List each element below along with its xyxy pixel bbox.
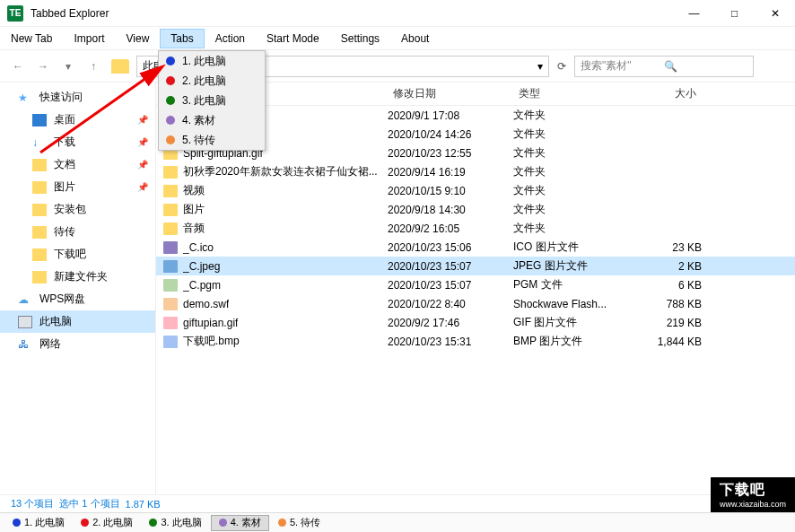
dropdown-item[interactable]: 5. 待传 — [159, 130, 265, 150]
table-row[interactable]: 视频2020/10/15 9:10文件夹 — [156, 181, 795, 200]
tab[interactable]: 1. 此电脑 — [5, 515, 72, 531]
app-icon: TE — [7, 5, 23, 22]
sidebar-icon — [32, 204, 47, 216]
file-icon — [163, 185, 178, 197]
sidebar-label: 图片 — [54, 179, 75, 195]
dropdown-item[interactable]: 1. 此电脑 — [159, 51, 265, 71]
file-icon — [163, 166, 178, 179]
tab[interactable]: 5. 待传 — [271, 515, 328, 531]
color-dot-icon — [166, 116, 175, 125]
back-button[interactable]: ← — [7, 56, 29, 77]
file-date: 2020/10/23 15:07 — [388, 260, 513, 273]
statusbar: 13 个项目 选中 1 个项目 1.87 KB — [0, 494, 795, 512]
sidebar-label: 新建文件夹 — [54, 269, 108, 284]
file-date: 2020/9/14 16:19 — [388, 166, 513, 179]
sidebar-item[interactable]: ★快速访问 — [0, 86, 155, 109]
sidebar-label: 网络 — [39, 336, 61, 352]
file-icon — [163, 222, 178, 235]
table-row[interactable]: _C.ico2020/10/23 15:06ICO 图片文件23 KB — [156, 238, 795, 257]
sidebar-item[interactable]: 桌面📌 — [0, 109, 155, 131]
sidebar-label: 此电脑 — [39, 314, 72, 329]
tabs-dropdown[interactable]: 1. 此电脑2. 此电脑3. 此电脑4. 素材5. 待传 — [158, 50, 266, 151]
menu-action[interactable]: Action — [205, 29, 256, 48]
file-type: Shockwave Flash... — [513, 298, 630, 310]
file-icon — [163, 336, 178, 348]
sidebar-icon: ↓ — [32, 136, 47, 149]
file-icon — [163, 260, 178, 273]
sidebar-label: WPS网盘 — [39, 292, 85, 307]
sidebar-item[interactable]: ↓下载📌 — [0, 131, 155, 153]
tab[interactable]: 2. 此电脑 — [74, 515, 140, 531]
table-row[interactable]: 图片2020/9/18 14:30文件夹 — [156, 200, 795, 219]
file-date: 2020/10/23 12:55 — [388, 147, 513, 160]
file-type: 文件夹 — [513, 108, 630, 123]
file-type: 文件夹 — [513, 145, 630, 161]
table-row[interactable]: 音频2020/9/2 16:05文件夹 — [156, 219, 795, 238]
menu-import[interactable]: Import — [63, 29, 115, 48]
close-button[interactable]: ✕ — [755, 0, 795, 27]
column-type[interactable]: 类型 — [513, 86, 630, 101]
menu-about[interactable]: About — [390, 29, 440, 48]
table-row[interactable]: demo.swf2020/10/22 8:40Shockwave Flash..… — [156, 294, 795, 313]
tab-dot-icon — [81, 519, 89, 527]
file-date: 2020/9/18 14:30 — [388, 204, 513, 216]
file-icon — [163, 298, 178, 310]
menu-start-mode[interactable]: Start Mode — [256, 29, 330, 48]
refresh-button[interactable]: ⟳ — [553, 57, 571, 75]
sidebar-item[interactable]: 文档📌 — [0, 153, 155, 176]
menu-view[interactable]: View — [116, 29, 161, 48]
maximize-button[interactable]: □ — [714, 0, 755, 27]
color-dot-icon — [166, 76, 175, 85]
file-date: 2020/10/23 15:31 — [388, 336, 513, 348]
menu-new-tab[interactable]: New Tab — [0, 29, 63, 48]
file-icon — [163, 204, 178, 216]
tab[interactable]: 4. 素材 — [211, 515, 269, 531]
address-chevron-icon[interactable]: ▾ — [537, 60, 543, 73]
file-size: 219 KB — [630, 317, 702, 329]
dropdown-item[interactable]: 3. 此电脑 — [159, 91, 265, 110]
dropdown-item[interactable]: 4. 素材 — [159, 110, 265, 130]
sidebar-icon: 🖧 — [18, 338, 32, 351]
pin-icon: 📌 — [137, 160, 148, 170]
table-row[interactable]: giftupian.gif2020/9/2 17:46GIF 图片文件219 K… — [156, 313, 795, 332]
pin-icon: 📌 — [137, 137, 148, 147]
menu-tabs[interactable]: Tabs — [160, 29, 204, 48]
up-button[interactable]: ↑ — [83, 56, 104, 77]
sidebar-item[interactable]: 安装包 — [0, 198, 155, 221]
file-type: JPEG 图片文件 — [513, 258, 630, 274]
tab[interactable]: 3. 此电脑 — [142, 515, 208, 531]
search-input[interactable]: 搜索"素材" 🔍 — [574, 56, 754, 77]
sidebar-item[interactable]: 图片📌 — [0, 176, 155, 198]
color-dot-icon — [166, 57, 175, 65]
file-icon — [163, 241, 178, 254]
sidebar-item[interactable]: 下载吧 — [0, 243, 155, 266]
table-row[interactable]: _C.pgm2020/10/23 15:07PGM 文件6 KB — [156, 275, 795, 294]
column-date[interactable]: 修改日期 — [388, 86, 513, 101]
sidebar-item[interactable]: 新建文件夹 — [0, 266, 155, 288]
table-row[interactable]: _C.jpeg2020/10/23 15:07JPEG 图片文件2 KB — [156, 257, 795, 275]
sidebar-item[interactable]: 此电脑 — [0, 310, 155, 333]
table-row[interactable]: 下载吧.bmp2020/10/23 15:31BMP 图片文件1,844 KB — [156, 332, 795, 351]
search-icon[interactable]: 🔍 — [664, 60, 747, 73]
file-date: 2020/10/24 14:26 — [388, 128, 513, 141]
sidebar-label: 文档 — [54, 157, 75, 172]
color-dot-icon — [166, 135, 175, 144]
file-type: ICO 图片文件 — [513, 240, 630, 255]
table-row[interactable]: 初秋季2020年新款女装连衣裙子仙女裙...2020/9/14 16:19文件夹 — [156, 162, 795, 181]
sidebar-item[interactable]: 待传 — [0, 221, 155, 243]
sidebar-item[interactable]: 🖧网络 — [0, 333, 155, 355]
dropdown-item[interactable]: 2. 此电脑 — [159, 71, 265, 91]
forward-button[interactable]: → — [32, 56, 54, 77]
sidebar-icon — [32, 114, 47, 126]
menu-settings[interactable]: Settings — [330, 29, 390, 48]
sidebar-label: 快速访问 — [39, 90, 83, 105]
dropdown-label: 2. 此电脑 — [182, 74, 226, 89]
minimize-button[interactable]: — — [674, 0, 714, 27]
sidebar-icon — [32, 226, 47, 239]
file-type: 文件夹 — [513, 126, 630, 142]
sidebar-item[interactable]: ☁WPS网盘 — [0, 288, 155, 310]
file-name: 初秋季2020年新款女装连衣裙子仙女裙... — [183, 164, 378, 179]
history-chevron-icon[interactable]: ▾ — [57, 56, 79, 77]
tab-dot-icon — [219, 519, 227, 527]
column-size[interactable]: 大小 — [630, 86, 702, 101]
